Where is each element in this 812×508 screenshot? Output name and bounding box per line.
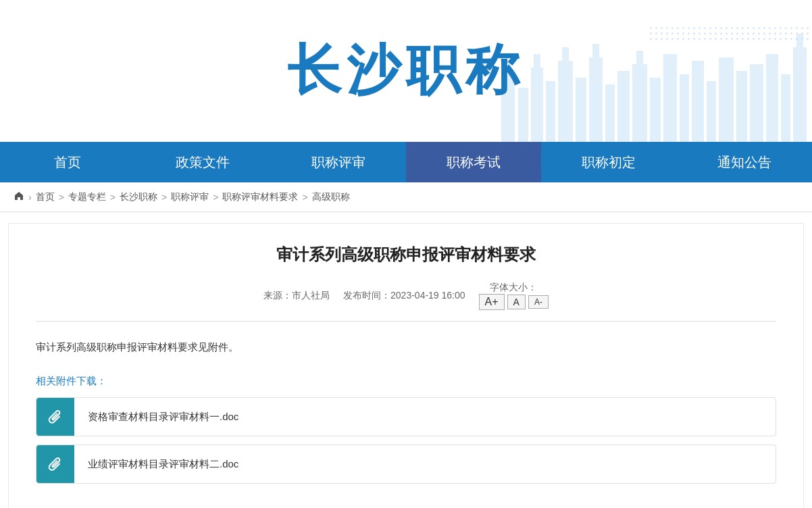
svg-rect-36 — [682, 32, 684, 34]
svg-rect-113 — [766, 54, 778, 142]
site-logo[interactable]: 长沙职称 — [287, 34, 525, 107]
svg-rect-96 — [558, 61, 573, 142]
paperclip-icon-2 — [46, 455, 65, 474]
svg-rect-72 — [715, 38, 717, 40]
svg-rect-80 — [758, 38, 760, 40]
nav-policy[interactable]: 政策文件 — [135, 142, 270, 182]
font-size-medium-btn[interactable]: A — [507, 295, 526, 309]
svg-rect-70 — [704, 38, 706, 40]
svg-rect-60 — [650, 38, 652, 40]
svg-rect-30 — [650, 32, 652, 34]
svg-rect-6 — [682, 27, 684, 29]
source-label: 来源：市人社局 — [263, 290, 330, 302]
svg-rect-13 — [720, 27, 722, 29]
svg-rect-42 — [715, 32, 717, 34]
breadcrumb-pingsheng[interactable]: 职称评审 — [171, 191, 209, 203]
svg-rect-8 — [693, 27, 695, 29]
svg-rect-74 — [726, 38, 728, 40]
svg-rect-114 — [781, 74, 790, 142]
font-size-large-btn[interactable]: A+ — [479, 294, 505, 310]
source-value: 市人社局 — [292, 290, 330, 301]
svg-rect-23 — [774, 27, 776, 29]
svg-rect-10 — [704, 27, 706, 29]
nav-initial[interactable]: 职称初定 — [541, 142, 676, 182]
svg-rect-25 — [785, 27, 787, 29]
svg-rect-53 — [774, 32, 776, 34]
svg-rect-102 — [617, 71, 630, 142]
nav-home[interactable]: 首页 — [0, 142, 135, 182]
svg-rect-94 — [534, 54, 540, 68]
svg-rect-33 — [666, 32, 668, 34]
breadcrumb-material[interactable]: 职称评审材料要求 — [222, 191, 298, 203]
nav-exam[interactable]: 职称考试 — [406, 142, 541, 182]
svg-rect-35 — [677, 32, 679, 34]
main-nav: 首页 政策文件 职称评审 职称考试 职称初定 通知公告 — [0, 142, 812, 182]
svg-rect-73 — [720, 38, 722, 40]
svg-rect-9 — [699, 27, 701, 29]
svg-rect-39 — [699, 32, 701, 34]
svg-rect-99 — [589, 57, 603, 142]
attachment-name-2: 业绩评审材料目录评审材料二.doc — [74, 458, 252, 471]
svg-rect-89 — [807, 38, 809, 40]
svg-rect-1 — [655, 27, 657, 29]
svg-rect-11 — [709, 27, 711, 29]
svg-rect-66 — [682, 38, 684, 40]
article-content: 审计系列高级职称申报评审材料要求 来源：市人社局 发布时间：2023-04-19… — [8, 223, 804, 508]
svg-rect-7 — [688, 27, 690, 29]
svg-rect-22 — [769, 27, 771, 29]
nav-notice[interactable]: 通知公告 — [677, 142, 812, 182]
breadcrumb: › 首页 > 专题专栏 > 长沙职称 > 职称评审 > 职称评审材料要求 > 高… — [0, 182, 812, 212]
svg-rect-68 — [693, 38, 695, 40]
svg-rect-108 — [692, 61, 704, 142]
svg-rect-34 — [671, 32, 674, 34]
header-decoration: // We'll do this in CSS/SVG manually — [501, 20, 812, 142]
attachment-icon-box-1 — [36, 398, 74, 436]
svg-rect-47 — [742, 32, 744, 34]
breadcrumb-changsha[interactable]: 长沙职称 — [120, 191, 157, 203]
attachment-name-1: 资格审查材料目录评审材料一.doc — [74, 411, 252, 424]
publish-time: 发布时间：2023-04-19 16:00 — [343, 290, 465, 302]
svg-rect-19 — [753, 27, 755, 29]
svg-rect-104 — [636, 51, 643, 64]
svg-rect-101 — [605, 84, 615, 142]
font-size-small-btn[interactable]: A- — [528, 295, 549, 309]
breadcrumb-zhuanti[interactable]: 专题专栏 — [68, 191, 106, 203]
svg-rect-98 — [576, 78, 586, 142]
svg-rect-37 — [688, 32, 690, 34]
svg-rect-93 — [531, 68, 543, 142]
breadcrumb-sep: › — [28, 192, 32, 203]
header: 长沙职称 // We'll do this in CSS/SVG manuall… — [0, 0, 812, 142]
svg-rect-20 — [758, 27, 760, 29]
svg-rect-82 — [769, 38, 771, 40]
svg-rect-16 — [736, 27, 738, 29]
attachments-label: 相关附件下载： — [36, 375, 776, 388]
svg-rect-49 — [753, 32, 755, 34]
svg-rect-76 — [736, 38, 738, 40]
article-title: 审计系列高级职称申报评审材料要求 — [36, 244, 776, 265]
svg-rect-69 — [699, 38, 701, 40]
svg-rect-48 — [747, 32, 749, 34]
svg-rect-103 — [632, 64, 647, 142]
svg-rect-24 — [780, 27, 782, 29]
svg-rect-79 — [753, 38, 755, 40]
svg-rect-45 — [731, 32, 733, 34]
svg-rect-27 — [796, 27, 798, 29]
article-meta: 来源：市人社局 发布时间：2023-04-19 16:00 字体大小： A+ A… — [36, 282, 776, 322]
svg-rect-43 — [720, 32, 722, 34]
svg-rect-86 — [790, 38, 792, 40]
svg-rect-2 — [661, 27, 663, 29]
svg-rect-26 — [790, 27, 792, 29]
svg-rect-28 — [801, 27, 803, 29]
svg-rect-75 — [731, 38, 733, 40]
home-icon — [14, 190, 24, 203]
attachment-item-1[interactable]: 资格审查材料目录评审材料一.doc — [36, 397, 776, 436]
svg-rect-105 — [650, 78, 661, 142]
nav-evaluation[interactable]: 职称评审 — [271, 142, 406, 182]
svg-rect-111 — [736, 71, 747, 142]
attachment-item-2[interactable]: 业绩评审材料目录评审材料二.doc — [36, 444, 776, 484]
svg-rect-56 — [790, 32, 792, 34]
svg-rect-38 — [693, 32, 695, 34]
svg-rect-100 — [592, 44, 599, 57]
svg-rect-18 — [747, 27, 749, 29]
breadcrumb-home[interactable]: 首页 — [36, 191, 55, 203]
